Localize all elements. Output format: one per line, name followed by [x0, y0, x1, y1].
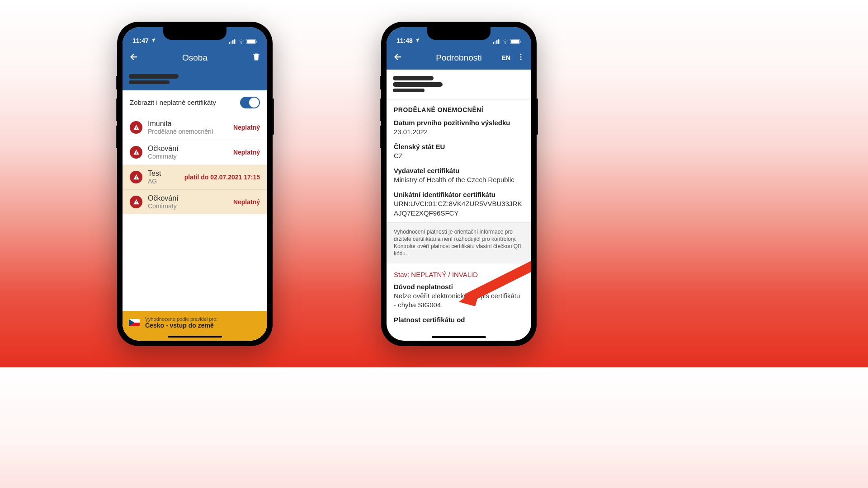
- language-button[interactable]: EN: [502, 54, 510, 61]
- redacted-text: [393, 82, 443, 87]
- svg-rect-0: [229, 42, 230, 44]
- svg-rect-2: [232, 40, 234, 44]
- czech-flag-icon: [129, 319, 140, 326]
- svg-rect-10: [498, 39, 500, 44]
- page-title: Osoba: [182, 53, 208, 63]
- status-time: 11:47: [132, 37, 149, 44]
- certificate-item[interactable]: Očkování Comirnaty Neplatný: [123, 140, 267, 165]
- svg-rect-7: [493, 42, 494, 44]
- cert-subtitle: Comirnaty: [148, 153, 228, 160]
- location-arrow-icon: [415, 37, 420, 44]
- field-value: Ministry of Health of the Czech Republic: [394, 175, 524, 184]
- warning-icon: [130, 121, 142, 134]
- svg-rect-3: [234, 39, 236, 44]
- rules-banner[interactable]: Vyhodnoceno podle pravidel pro: Česko - …: [123, 311, 267, 341]
- cert-subtitle: Prodělané onemocnění: [148, 128, 228, 135]
- field-label: Členský stát EU: [394, 143, 524, 150]
- svg-rect-5: [247, 39, 255, 43]
- field-label: Datum prvního pozitivního výsledku: [394, 119, 524, 127]
- cert-subtitle: Comirnaty: [148, 202, 228, 210]
- toggle-label: Zobrazit i neplatné certifikáty: [130, 99, 216, 106]
- field-value: CZ: [394, 151, 524, 160]
- svg-rect-1: [231, 41, 232, 44]
- certificate-list: Imunita Prodělané onemocnění Neplatný Oč…: [123, 115, 267, 214]
- svg-rect-13: [520, 41, 521, 42]
- rules-country: Česko - vstup do země: [145, 322, 217, 329]
- back-icon[interactable]: [393, 52, 403, 64]
- cert-status: Neplatný: [233, 124, 260, 131]
- svg-rect-6: [256, 41, 257, 42]
- show-invalid-toggle-row: Zobrazit i neplatné certifikáty: [123, 90, 267, 115]
- cert-title: Očkování: [148, 194, 228, 202]
- page-title: Podrobnosti: [436, 53, 481, 63]
- signal-icon: [493, 39, 500, 44]
- redacted-text: [393, 89, 425, 92]
- cert-subtitle: AG: [148, 178, 179, 185]
- certificate-item[interactable]: Očkování Comirnaty Neplatný: [123, 190, 267, 214]
- svg-rect-8: [495, 41, 496, 44]
- field-value: URN:UVCI:01:CZ:8VK4ZUR5VVBU33JRKAJQ7E2XQ…: [394, 199, 524, 218]
- section-title: PRODĚLANÉ ONEMOCNĚNÍ: [387, 100, 531, 117]
- home-indicator[interactable]: [432, 336, 486, 338]
- cert-title: Imunita: [148, 120, 228, 128]
- app-header: Osoba: [123, 46, 267, 70]
- redacted-text: [129, 80, 170, 84]
- validity-status: Stav: NEPLATNÝ / INVALID: [387, 263, 531, 283]
- cert-status: Neplatný: [233, 149, 260, 156]
- home-indicator[interactable]: [168, 336, 222, 338]
- more-icon[interactable]: [517, 53, 525, 63]
- svg-rect-9: [496, 40, 498, 44]
- status-time: 11:48: [396, 37, 413, 44]
- svg-point-16: [520, 58, 522, 60]
- cert-status: Neplatný: [233, 198, 260, 206]
- battery-icon: [510, 39, 521, 44]
- field-label: Platnost certifikátu od: [394, 316, 524, 324]
- field-value: 23.01.2022: [394, 127, 524, 136]
- field-value: Nelze ověřit elektronický podpis certifi…: [394, 291, 524, 310]
- svg-point-14: [520, 54, 522, 55]
- certificate-item[interactable]: Imunita Prodělané onemocnění Neplatný: [123, 115, 267, 140]
- delete-icon[interactable]: [252, 52, 261, 63]
- show-invalid-toggle[interactable]: [240, 97, 260, 108]
- redacted-text: [393, 76, 434, 80]
- battery-icon: [246, 39, 257, 44]
- details-content[interactable]: PRODĚLANÉ ONEMOCNĚNÍ Datum prvního pozit…: [387, 100, 531, 341]
- warning-icon: [130, 171, 142, 183]
- field-label: Vydavatel certifikátu: [394, 167, 524, 174]
- warning-icon: [130, 146, 142, 159]
- rules-label: Vyhodnoceno podle pravidel pro:: [145, 316, 217, 322]
- svg-point-15: [520, 56, 522, 57]
- cert-title: Očkování: [148, 145, 228, 153]
- warning-icon: [130, 196, 142, 208]
- cert-title: Test: [148, 169, 179, 178]
- app-header: Podrobnosti EN: [387, 46, 531, 70]
- device-notch: [427, 27, 491, 40]
- phone-mockup-right: 11:48: [381, 22, 537, 346]
- certificate-item[interactable]: Test AG platil do 02.07.2021 17:15: [123, 165, 267, 190]
- wifi-icon: [502, 39, 509, 44]
- field-label: Důvod neplatnosti: [394, 283, 524, 291]
- info-note: Vyhodnocení platnosti je orientační info…: [387, 222, 531, 263]
- svg-rect-12: [511, 39, 519, 43]
- back-icon[interactable]: [129, 52, 139, 64]
- person-name-block: [123, 70, 267, 90]
- field-label: Unikátní identifikátor certifikátu: [394, 191, 524, 198]
- device-notch: [163, 27, 226, 40]
- wifi-icon: [238, 39, 245, 44]
- person-name-block: [387, 70, 531, 100]
- signal-icon: [229, 39, 236, 44]
- phone-mockup-left: 11:47: [117, 22, 273, 346]
- redacted-text: [129, 74, 179, 79]
- cert-status: platil do 02.07.2021 17:15: [184, 174, 260, 181]
- location-arrow-icon: [151, 37, 156, 44]
